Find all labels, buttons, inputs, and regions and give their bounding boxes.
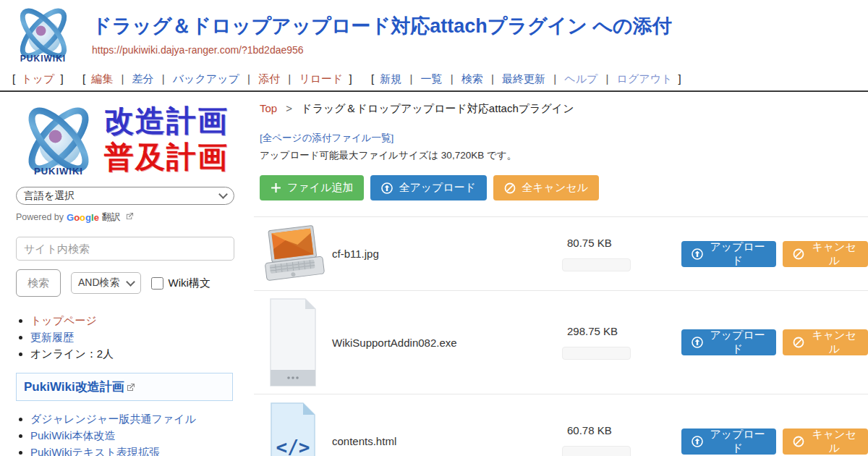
list-item: PukiWiki本体改造 xyxy=(30,428,238,443)
separator: | xyxy=(606,72,609,85)
nav-edit[interactable]: 編集 xyxy=(91,72,113,85)
progress-bar xyxy=(562,258,631,271)
file-size: 60.78 KB xyxy=(567,424,681,436)
upload-all-button[interactable]: 全アップロード xyxy=(370,175,487,200)
upload-label: アップロード xyxy=(709,428,766,455)
wiki-syntax-checkbox[interactable] xyxy=(151,277,163,290)
list-item: 更新履歴 xyxy=(30,329,238,345)
upload-button[interactable]: アップロード xyxy=(681,428,776,455)
plus-icon xyxy=(271,182,281,193)
list-item: PukiWikiテキスト表現拡張 xyxy=(30,444,238,456)
laptop-photo-thumbnail xyxy=(260,225,326,283)
breadcrumb: Top > ドラッグ＆ドロップアップロード対応attachプラグイン xyxy=(260,102,868,116)
add-files-label: ファイル追加 xyxy=(287,181,353,195)
cancel-circle-icon xyxy=(793,337,804,348)
bracket: ] xyxy=(678,72,681,85)
wiki-syntax-label: Wiki構文 xyxy=(169,276,210,290)
add-files-button[interactable]: ファイル追加 xyxy=(260,175,364,200)
link-top-page[interactable]: トップページ xyxy=(30,314,97,326)
separator: | xyxy=(491,72,494,85)
svg-text:</>: </> xyxy=(276,436,310,456)
nav-top[interactable]: トップ xyxy=(21,72,54,85)
upload-circle-icon xyxy=(692,337,703,348)
search-mode-value: AND検索 xyxy=(78,276,120,290)
nav-reload[interactable]: リロード xyxy=(299,72,343,85)
link-text-extensions[interactable]: PukiWikiテキスト表現拡張 xyxy=(30,446,160,456)
language-select[interactable]: 言語を選択 xyxy=(16,187,234,205)
google-logo: Google xyxy=(67,212,99,223)
cancel-button[interactable]: キャンセル xyxy=(783,329,868,355)
search-mode-select[interactable]: AND検索 xyxy=(71,272,141,294)
external-link-icon xyxy=(127,381,135,394)
language-select-value: 言語を選択 xyxy=(24,190,75,203)
file-name: contents.html xyxy=(332,435,562,447)
bracket: ] xyxy=(61,72,64,85)
separator: | xyxy=(162,72,165,85)
upload-button[interactable]: アップロード xyxy=(681,329,776,355)
nav-logout[interactable]: ログアウト xyxy=(617,72,673,85)
separator: | xyxy=(553,72,556,85)
progress-bar xyxy=(562,446,631,456)
nav-attach[interactable]: 添付 xyxy=(258,72,280,85)
upload-circle-icon xyxy=(692,436,703,447)
nav-diff[interactable]: 差分 xyxy=(132,72,154,85)
file-size: 298.75 KB xyxy=(567,325,681,337)
section-title-link[interactable]: PukiWiki改造計画 xyxy=(24,380,124,394)
breadcrumb-home[interactable]: Top xyxy=(260,102,277,114)
slogan-line2: 普及計画 xyxy=(104,140,229,175)
search-button[interactable]: 検索 xyxy=(16,269,61,297)
separator: | xyxy=(121,72,124,85)
upload-circle-icon xyxy=(692,248,703,260)
link-core-mods[interactable]: PukiWiki本体改造 xyxy=(30,429,116,442)
separator: | xyxy=(409,72,412,85)
separator: | xyxy=(288,72,291,85)
bulk-actions: ファイル追加 全アップロード 全キャンセル xyxy=(260,175,868,200)
separator: | xyxy=(247,72,250,85)
page-url[interactable]: https://pukiwiki.dajya-ranger.com/?1bd2d… xyxy=(92,44,868,56)
nav-new[interactable]: 新規 xyxy=(380,72,401,85)
top-navigation: [ トップ ] [ 編集 | 差分 | バックアップ | 添付 | リロード ]… xyxy=(0,70,868,92)
translate-link[interactable]: 翻訳 xyxy=(102,211,121,224)
cancel-button[interactable]: キャンセル xyxy=(783,241,868,267)
chevron-down-icon xyxy=(218,190,228,199)
file-row: WikiSupportAddin082.exe 298.75 KB アップロード… xyxy=(254,291,868,394)
upload-button[interactable]: アップロード xyxy=(681,241,776,267)
cancel-circle-icon xyxy=(504,182,516,194)
upload-label: アップロード xyxy=(709,329,766,356)
sidebar-logo[interactable]: PUKIWIKI 改造計画 普及計画 xyxy=(16,102,238,177)
page-header: PUKIWIKI ドラッグ＆ドロップアップロード対応attachプラグイン への… xyxy=(0,0,868,70)
bracket: [ xyxy=(12,72,15,85)
cancel-label: キャンセル xyxy=(810,329,858,356)
nav-help[interactable]: ヘルプ xyxy=(564,72,597,85)
bracket: [ xyxy=(82,72,85,85)
cancel-circle-icon xyxy=(793,436,804,447)
external-link-icon xyxy=(126,212,134,222)
list-item: オンライン：2人 xyxy=(30,346,238,361)
link-recent-changes[interactable]: 更新履歴 xyxy=(30,331,74,343)
cancel-circle-icon xyxy=(793,248,804,260)
link-common-files[interactable]: ダジャレンジャー版共通ファイル xyxy=(30,413,196,425)
cancel-button[interactable]: キャンセル xyxy=(783,428,868,455)
sidebar-section-header: PukiWiki改造計画 xyxy=(16,373,233,401)
bracket: ] xyxy=(349,72,352,85)
list-item: ダジャレンジャー版共通ファイル xyxy=(30,411,238,426)
file-row: cf-b11.jpg 80.75 KB アップロード キャンセル xyxy=(254,217,868,291)
nav-search[interactable]: 検索 xyxy=(461,72,483,85)
site-search-input[interactable] xyxy=(16,237,234,261)
generic-file-icon xyxy=(269,297,317,387)
file-size: 80.75 KB xyxy=(567,237,681,249)
file-row: </> contents.html 60.78 KB アップロード キャンセル xyxy=(254,394,868,456)
pukiwiki-logo[interactable]: PUKIWIKI xyxy=(9,4,77,64)
powered-by-label: Powered by xyxy=(16,212,64,222)
nav-recent[interactable]: 最終更新 xyxy=(502,72,545,85)
nav-list[interactable]: 一覧 xyxy=(421,72,443,85)
all-attachments-link[interactable]: [全ページの添付ファイル一覧] xyxy=(260,132,868,145)
page-title: ドラッグ＆ドロップアップロード対応attachプラグイン への添付 xyxy=(92,16,868,38)
main-content: Top > ドラッグ＆ドロップアップロード対応attachプラグイン [全ページ… xyxy=(250,92,868,456)
wiki-syntax-option[interactable]: Wiki構文 xyxy=(151,276,210,290)
cancel-all-button[interactable]: 全キャンセル xyxy=(493,175,599,200)
upload-circle-icon xyxy=(381,182,393,194)
nav-backup[interactable]: バックアップ xyxy=(173,72,239,85)
site-links-list: ダジャレンジャー版共通ファイル PukiWiki本体改造 PukiWikiテキス… xyxy=(30,411,238,456)
upload-label: アップロード xyxy=(709,240,766,268)
